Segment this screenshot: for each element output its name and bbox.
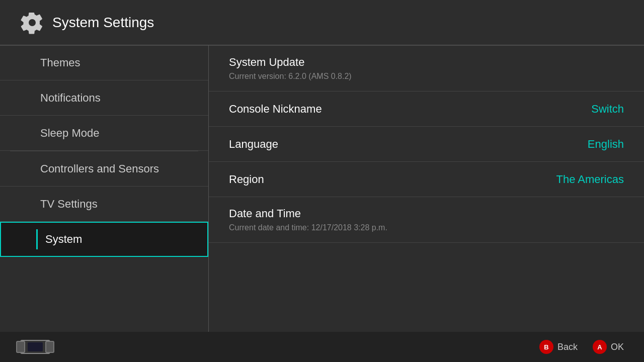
sidebar-item-label: Notifications (40, 92, 101, 105)
content-item-title: Region (229, 173, 264, 186)
ok-label: OK (611, 342, 624, 352)
content-area: System Update Current version: 6.2.0 (AM… (209, 45, 644, 332)
content-item-console-nickname[interactable]: Console Nickname Switch (209, 92, 644, 127)
header: System Settings (0, 0, 644, 45)
sidebar-item-tv-settings[interactable]: TV Settings (0, 187, 208, 222)
b-button-icon: B (539, 340, 553, 354)
content-item-value: The Americas (556, 173, 624, 186)
sidebar-item-sleep-mode[interactable]: Sleep Mode (0, 116, 208, 151)
sidebar-item-controllers[interactable]: Controllers and Sensors (0, 151, 208, 187)
content-item-title: System Update (229, 56, 624, 69)
content-item-title: Date and Time (229, 207, 624, 220)
ok-button[interactable]: A OK (593, 340, 624, 354)
back-label: Back (557, 342, 578, 352)
content-item-value: Switch (591, 103, 624, 116)
content-item-title: Language (229, 138, 278, 151)
content-item-region[interactable]: Region The Americas (209, 162, 644, 197)
sidebar-item-system[interactable]: System (0, 222, 208, 257)
gear-icon (20, 11, 44, 35)
sidebar-item-themes[interactable]: Themes (0, 45, 208, 80)
content-item-date-time[interactable]: Date and Time Current date and time: 12/… (209, 197, 644, 243)
sidebar-item-notifications[interactable]: Notifications (0, 80, 208, 116)
content-item-subtitle: Current version: 6.2.0 (AMS 0.8.2) (229, 72, 624, 81)
sidebar: Themes Notifications Sleep Mode Controll… (0, 45, 209, 332)
content-item-value: English (588, 138, 624, 151)
sidebar-item-label: Controllers and Sensors (40, 162, 159, 175)
content-item-subtitle: Current date and time: 12/17/2018 3:28 p… (229, 223, 624, 232)
switch-console-icon (20, 340, 50, 354)
sidebar-item-label: Sleep Mode (40, 127, 99, 140)
bottom-bar: B Back A OK (0, 332, 644, 362)
page-title: System Settings (52, 15, 154, 31)
sidebar-item-label: TV Settings (40, 198, 98, 211)
sidebar-item-label: Themes (40, 56, 80, 69)
content-item-system-update[interactable]: System Update Current version: 6.2.0 (AM… (209, 45, 644, 92)
content-item-language[interactable]: Language English (209, 127, 644, 162)
a-button-icon: A (593, 340, 607, 354)
main-content: Themes Notifications Sleep Mode Controll… (0, 45, 644, 332)
content-item-title: Console Nickname (229, 103, 322, 116)
sidebar-item-label: System (45, 233, 82, 246)
back-button[interactable]: B Back (539, 340, 578, 354)
